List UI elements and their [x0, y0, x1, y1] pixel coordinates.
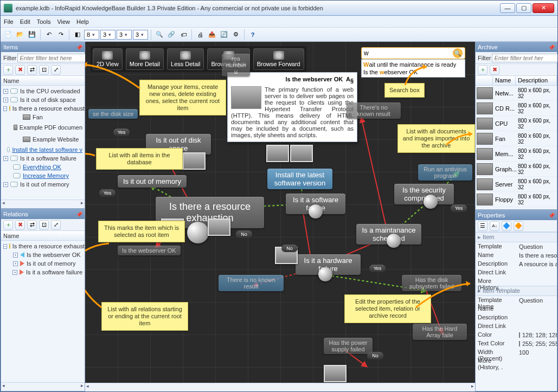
- canvas-forward-button[interactable]: Browse Forward: [253, 48, 304, 70]
- props-list-icon[interactable]: ☰: [478, 221, 488, 231]
- canvas-2dview-button[interactable]: 2D View: [93, 48, 123, 70]
- pin-icon[interactable]: 📌: [76, 211, 82, 217]
- archive-row[interactable]: CD R...800 x 600 px, 32: [476, 101, 557, 116]
- hub-icon[interactable]: [387, 234, 401, 248]
- archive-row[interactable]: CPU800 x 600 px, 32: [476, 116, 557, 131]
- pin-icon[interactable]: 📌: [76, 44, 82, 50]
- toolbar-tag-icon[interactable]: 🏷: [178, 29, 189, 40]
- rel-expand-icon[interactable]: ⤢: [51, 220, 61, 230]
- rel-delete-icon[interactable]: ✖: [15, 220, 25, 230]
- archive-add-icon[interactable]: ＋: [478, 65, 488, 75]
- toolbar-export-icon[interactable]: 📤: [207, 29, 217, 40]
- property-row[interactable]: Description: [476, 313, 557, 322]
- toolbar-new-icon[interactable]: 📄: [3, 29, 14, 40]
- search-icon[interactable]: 🔍: [453, 48, 463, 58]
- toolbar-undo-icon[interactable]: ↶: [43, 29, 54, 40]
- search-input[interactable]: [364, 49, 453, 57]
- rel-swap-icon[interactable]: ⇄: [27, 220, 37, 230]
- pin-icon[interactable]: 📌: [548, 44, 555, 50]
- archive-row[interactable]: Graph...800 x 600 px, 32: [476, 162, 557, 177]
- props-item-icon[interactable]: 🔷: [502, 221, 511, 231]
- property-row[interactable]: TemplateQuestion: [476, 242, 557, 251]
- node[interactable]: Is the webserver OK: [118, 246, 181, 255]
- node[interactable]: Has the Hard Array faile: [413, 324, 467, 340]
- archive-row[interactable]: Netw...800 x 600 px, 32: [476, 86, 557, 101]
- relations-col[interactable]: Name: [1, 231, 85, 241]
- canvas-scrollbar[interactable]: [85, 383, 475, 391]
- maximize-button[interactable]: ▢: [516, 3, 531, 13]
- property-row[interactable]: DescriptionA resource is a sou: [476, 260, 557, 268]
- property-row[interactable]: More (History, .: [476, 277, 557, 286]
- graph-canvas[interactable]: 2D View More Detail Less Detail Browse B…: [85, 42, 475, 391]
- items-select-icon[interactable]: ⊡: [39, 65, 49, 75]
- toolbar-settings-icon[interactable]: ⚙: [230, 29, 241, 40]
- archive-row[interactable]: Mem...800 x 600 px, 32: [476, 146, 557, 162]
- toolbar-nav-icon[interactable]: ◧: [72, 29, 83, 40]
- node[interactable]: Is it out of disk space: [146, 134, 211, 155]
- rel-add-icon[interactable]: ＋: [3, 220, 13, 230]
- canvas-moredetail-button[interactable]: More Detail: [126, 48, 164, 70]
- node[interactable]: Run an antivirus program: [418, 164, 472, 181]
- archive-row[interactable]: Floppy800 x 600 px, 32: [476, 192, 557, 207]
- property-row[interactable]: Template NameQuestion: [476, 296, 557, 305]
- properties-grid[interactable]: ▸ ItemTemplateQuestionNameIs there a res…: [476, 232, 557, 365]
- menu-file[interactable]: File: [4, 18, 14, 25]
- pin-icon[interactable]: 📌: [548, 213, 555, 219]
- close-button[interactable]: ✕: [533, 3, 554, 13]
- property-row[interactable]: Text Color255; 255; 255: [476, 339, 557, 348]
- props-sort-icon[interactable]: A↓: [490, 221, 499, 231]
- toolbar-combo-4[interactable]: 3: [133, 30, 148, 40]
- node[interactable]: Install the latest software version: [267, 169, 332, 189]
- property-row[interactable]: More (History, .: [476, 357, 557, 365]
- hub-icon[interactable]: [187, 222, 209, 243]
- menu-view[interactable]: View: [57, 18, 70, 25]
- property-row[interactable]: NameIs there a resource: [476, 251, 557, 260]
- search-suggestions[interactable]: Wait until the maintanance is ready Is t…: [361, 59, 465, 78]
- node[interactable]: se the disk size: [88, 109, 138, 119]
- rel-select-icon[interactable]: ⊡: [39, 220, 49, 230]
- toolbar-combo-2[interactable]: 3: [100, 30, 116, 40]
- toolbar-refresh-icon[interactable]: 🔄: [219, 29, 229, 40]
- toolbar-help-icon[interactable]: ?: [247, 29, 258, 40]
- node[interactable]: Is it out of memory: [118, 175, 187, 188]
- canvas-lessdetail-button[interactable]: Less Detail: [167, 48, 204, 70]
- items-add-icon[interactable]: ＋: [3, 65, 13, 75]
- hub-icon[interactable]: [424, 195, 438, 209]
- archive-delete-icon[interactable]: ✖: [490, 65, 499, 75]
- node[interactable]: There is no known result: [219, 275, 284, 291]
- hub-icon[interactable]: [309, 204, 323, 219]
- toolbar-redo-icon[interactable]: ↷: [55, 29, 66, 40]
- menu-tools[interactable]: Tools: [37, 18, 51, 25]
- node[interactable]: Has the disk subsystem failed: [402, 275, 461, 291]
- items-col[interactable]: Name: [1, 76, 85, 86]
- property-row[interactable]: Direct Link: [476, 268, 557, 277]
- menu-edit[interactable]: Edit: [20, 18, 30, 25]
- toolbar-find-icon[interactable]: 🔍: [154, 29, 165, 40]
- node[interactable]: rea number u: [222, 54, 250, 76]
- menu-help[interactable]: Help: [76, 18, 89, 25]
- items-scrollbar[interactable]: [1, 200, 85, 208]
- search-box[interactable]: 🔍: [361, 47, 465, 59]
- archive-row[interactable]: Fan800 x 600 px, 32: [476, 131, 557, 146]
- toolbar-combo-1[interactable]: 8: [84, 30, 99, 40]
- toolbar-print-icon[interactable]: 🖨: [195, 29, 206, 40]
- items-tree[interactable]: +Is the CPU overloaded +Is it out of dis…: [1, 86, 85, 190]
- property-row[interactable]: Name: [476, 305, 557, 313]
- props-rel-icon[interactable]: 🔶: [514, 221, 523, 231]
- archive-table[interactable]: NameDescription Netw...800 x 600 px, 32C…: [476, 76, 557, 207]
- toolbar-link-icon[interactable]: 🔗: [166, 29, 177, 40]
- archive-row[interactable]: Server800 x 600 px, 32: [476, 177, 557, 192]
- archive-filter-input[interactable]: [492, 54, 558, 62]
- node[interactable]: There's no known result: [347, 102, 401, 119]
- items-expand-icon[interactable]: ⤢: [51, 65, 61, 75]
- property-row[interactable]: Direct Link: [476, 322, 557, 331]
- property-row[interactable]: Width (Percent)100: [476, 348, 557, 357]
- node[interactable]: Has the power supply failed: [324, 338, 373, 354]
- hub-icon[interactable]: [318, 267, 332, 281]
- toolbar-combo-3[interactable]: 3: [117, 30, 132, 40]
- items-rel-icon[interactable]: ⇄: [27, 65, 37, 75]
- relations-scrollbar[interactable]: [1, 382, 85, 391]
- items-delete-icon[interactable]: ✖: [15, 65, 25, 75]
- minimize-button[interactable]: —: [500, 3, 515, 13]
- toolbar-open-icon[interactable]: 📂: [15, 29, 25, 40]
